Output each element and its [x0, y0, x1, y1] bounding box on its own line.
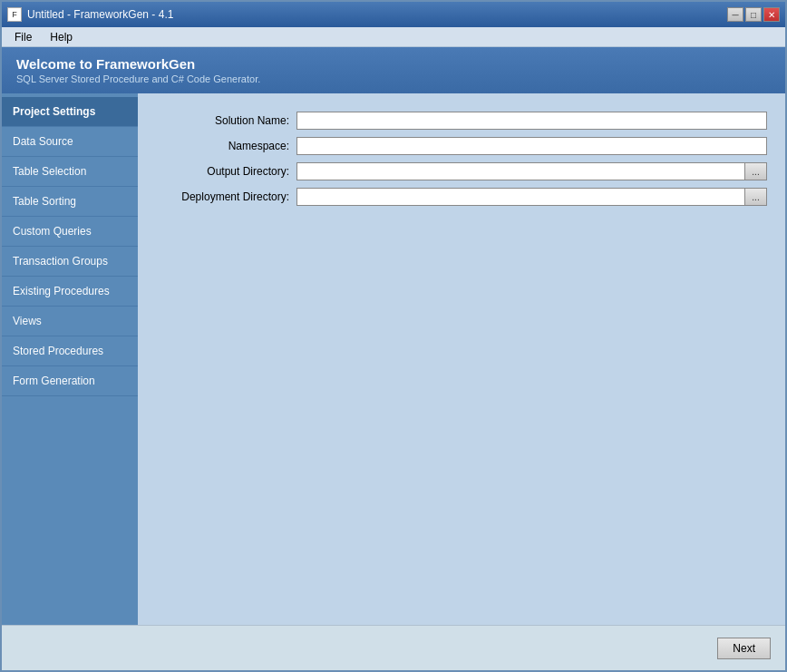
close-button[interactable]: ✕: [763, 7, 780, 22]
minimize-button[interactable]: ─: [727, 7, 743, 22]
sidebar-item-data-source[interactable]: Data Source: [2, 127, 138, 157]
sidebar-item-table-selection[interactable]: Table Selection: [2, 157, 138, 187]
next-button[interactable]: Next: [717, 638, 771, 659]
main-window: F Untitled - FrameworkGen - 4.1 ─ □ ✕ Fi…: [0, 0, 787, 672]
sidebar-item-table-sorting[interactable]: Table Sorting: [2, 187, 138, 217]
sidebar-item-stored-procedures[interactable]: Stored Procedures: [2, 336, 138, 366]
output-directory-browse-button[interactable]: ...: [745, 162, 767, 180]
output-directory-row: Output Directory: ...: [156, 162, 767, 180]
main-content: Project Settings Data Source Table Selec…: [2, 93, 785, 625]
menu-file[interactable]: File: [5, 29, 41, 45]
header-title: Welcome to FrameworkGen: [16, 56, 771, 72]
sidebar-item-project-settings[interactable]: Project Settings: [2, 97, 138, 127]
restore-button[interactable]: □: [745, 7, 762, 22]
bottom-bar: Next: [2, 625, 785, 670]
sidebar-item-custom-queries[interactable]: Custom Queries: [2, 217, 138, 247]
title-bar: F Untitled - FrameworkGen - 4.1 ─ □ ✕: [2, 2, 785, 27]
output-directory-label: Output Directory:: [156, 165, 296, 178]
namespace-row: Namespace:: [156, 137, 767, 155]
app-icon: F: [7, 7, 22, 22]
solution-name-label: Solution Name:: [156, 114, 296, 127]
sidebar-item-transaction-groups[interactable]: Transaction Groups: [2, 247, 138, 277]
solution-name-row: Solution Name:: [156, 112, 767, 130]
deployment-directory-row: Deployment Directory: ...: [156, 188, 767, 206]
header-subtitle: SQL Server Stored Procedure and C# Code …: [16, 73, 771, 84]
sidebar-item-existing-procedures[interactable]: Existing Procedures: [2, 277, 138, 307]
output-directory-field-group: ...: [296, 162, 767, 180]
sidebar: Project Settings Data Source Table Selec…: [2, 93, 138, 625]
content-panel: Solution Name: Namespace: Output Directo…: [138, 93, 785, 625]
deployment-directory-browse-button[interactable]: ...: [745, 188, 767, 206]
menu-bar: File Help: [2, 27, 785, 47]
menu-help[interactable]: Help: [41, 29, 82, 45]
sidebar-item-views[interactable]: Views: [2, 307, 138, 336]
deployment-directory-field-group: ...: [296, 188, 767, 206]
output-directory-input[interactable]: [296, 162, 745, 180]
deployment-directory-label: Deployment Directory:: [156, 190, 296, 203]
title-bar-buttons: ─ □ ✕: [727, 7, 780, 22]
sidebar-item-form-generation[interactable]: Form Generation: [2, 366, 138, 396]
title-bar-left: F Untitled - FrameworkGen - 4.1: [7, 7, 173, 22]
namespace-input[interactable]: [296, 137, 767, 155]
header-banner: Welcome to FrameworkGen SQL Server Store…: [2, 47, 785, 93]
solution-name-input[interactable]: [296, 112, 767, 130]
namespace-label: Namespace:: [156, 140, 296, 152]
deployment-directory-input[interactable]: [296, 188, 745, 206]
window-title: Untitled - FrameworkGen - 4.1: [27, 8, 173, 21]
